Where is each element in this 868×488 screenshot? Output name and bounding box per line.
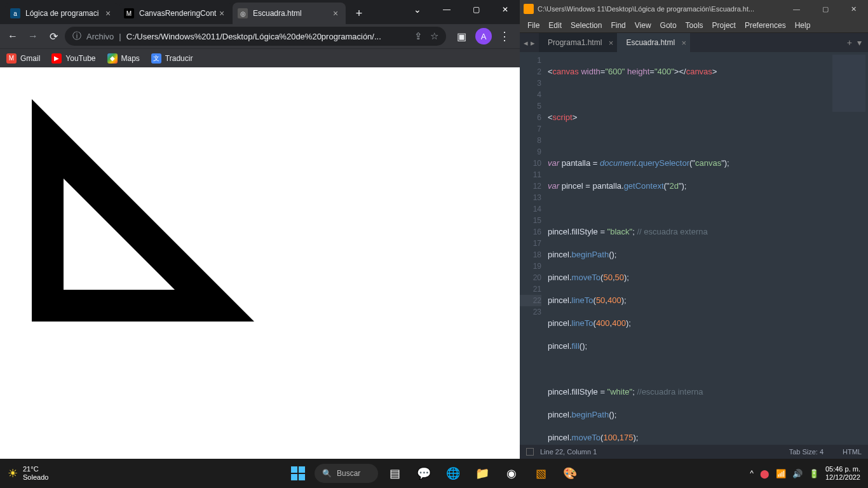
editor-body[interactable]: 1234 567 8910111213 14 151617181920 2122… [520,52,868,445]
bookmark-label: Traducir [165,54,193,63]
page-viewport [0,67,520,459]
search-placeholder: Buscar [337,469,360,478]
bookmark-traducir[interactable]: 文Traducir [151,53,193,64]
line-gutter: 1234 567 8910111213 14 151617181920 2122… [520,52,548,445]
browser-tab-3[interactable]: ◎ Escuadra.html × [233,3,346,24]
bookmark-label: YouTube [65,54,95,63]
bookmark-gmail[interactable]: MGmail [6,53,40,64]
sun-icon: ☀ [8,466,18,480]
bookmark-youtube[interactable]: ▶YouTube [51,53,95,64]
share-icon[interactable]: ⇪ [414,30,423,42]
taskbar-search[interactable]: 🔍Buscar [315,464,378,483]
chat-icon[interactable]: 💬 [411,461,437,486]
youtube-icon: ▶ [51,53,62,64]
bookmark-star-icon[interactable]: ☆ [430,30,438,42]
tab-size[interactable]: Tab Size: 4 [789,448,824,456]
address-path: C:/Users/Windows%2011/Desktop/Lógica%20d… [126,32,381,41]
minimap[interactable] [830,52,868,445]
syntax-label[interactable]: HTML [843,448,862,456]
wifi-icon[interactable]: 📶 [776,469,786,478]
next-tab-icon[interactable]: ▸ [531,38,535,48]
tab-title: Escuadra.html [253,9,330,18]
prev-tab-icon[interactable]: ◂ [524,38,528,48]
menu-find[interactable]: Find [607,20,629,31]
address-scheme: Archivo [86,32,114,41]
sublime-taskbar-icon[interactable]: ▧ [528,461,553,486]
bookmark-label: Gmail [20,54,40,63]
new-tab-icon[interactable]: + [847,37,852,48]
weather-widget[interactable]: ☀ 21°CSoleado [0,465,48,482]
close-button[interactable]: ✕ [491,0,520,19]
bookmarks-bar: MGmail ▶YouTube ◆Maps 文Traducir [0,48,520,67]
tray-chevron-icon[interactable]: ^ [750,469,754,478]
menu-help[interactable]: Help [791,20,815,31]
minimize-button[interactable]: — [782,0,811,18]
menu-file[interactable]: File [524,20,543,31]
close-button[interactable]: ✕ [839,0,868,18]
menu-preferences[interactable]: Preferences [741,20,790,31]
maps-icon: ◆ [107,53,118,64]
back-button[interactable]: ← [4,27,22,45]
sublime-window: C:\Users\Windows 11\Desktop\Lógica de pr… [520,0,868,459]
close-icon[interactable]: × [217,8,227,18]
editor-tab-programa1[interactable]: Programa1.html× [539,33,617,52]
tab-dropdown-icon[interactable]: ▾ [857,37,862,48]
tab-search-icon[interactable]: ⌄ [403,0,432,19]
task-view-icon[interactable]: ▤ [382,461,407,486]
tab-label: Programa1.html [548,38,602,47]
address-bar[interactable]: ⓘ Archivo | C:/Users/Windows%2011/Deskto… [65,27,446,46]
menu-edit[interactable]: Edit [545,20,566,31]
favicon-icon: M [124,8,134,18]
bookmark-label: Maps [121,54,140,63]
chrome-taskbar-icon[interactable]: ◉ [499,461,524,486]
close-icon[interactable]: × [681,38,686,48]
maximize-button[interactable]: ▢ [811,0,839,18]
panel-toggle-icon[interactable] [526,448,534,456]
paint-icon[interactable]: 🎨 [557,461,583,486]
favicon-icon: a [10,8,20,18]
reload-button[interactable]: ⟳ [44,27,62,45]
clock[interactable]: 05:46 p. m. 12/12/2022 [825,465,860,482]
browser-tab-2[interactable]: M CanvasRenderingCont × [119,3,232,24]
translate-icon: 文 [151,53,161,64]
menu-tools[interactable]: Tools [682,20,707,31]
extensions-icon[interactable]: ▣ [452,27,470,45]
window-title: C:\Users\Windows 11\Desktop\Lógica de pr… [538,5,782,13]
tab-title: CanvasRenderingCont [139,9,217,18]
browser-tab-1[interactable]: a Lógica de programaci × [5,3,118,24]
forward-button[interactable]: → [24,27,42,45]
edge-icon[interactable]: 🌐 [440,461,466,486]
explorer-icon[interactable]: 📁 [470,461,495,486]
gmail-icon: M [6,53,17,64]
menu-view[interactable]: View [631,20,655,31]
volume-icon[interactable]: 🔊 [792,469,803,478]
profile-avatar[interactable]: A [475,28,492,44]
menu-goto[interactable]: Goto [656,20,681,31]
sublime-titlebar[interactable]: C:\Users\Windows 11\Desktop\Lógica de pr… [520,0,868,18]
sublime-icon [524,4,534,14]
close-icon[interactable]: × [103,8,113,18]
editor-tabbar: ◂▸ Programa1.html× Escuadra.html× +▾ [520,33,868,52]
close-icon[interactable]: × [609,38,614,48]
favicon-icon: ◎ [238,8,248,18]
escuadra-canvas [0,67,381,322]
kebab-menu-icon[interactable]: ⋮ [497,29,512,43]
cursor-position: Line 22, Column 1 [540,448,597,456]
security-icon[interactable]: ⬤ [760,469,770,478]
menu-project[interactable]: Project [709,20,740,31]
code-area[interactable]: <canvas width="600" height="400"></canva… [548,52,830,445]
minimize-button[interactable]: — [432,0,461,19]
date-text: 12/12/2022 [825,473,860,482]
close-icon[interactable]: × [330,8,341,18]
chrome-titlebar[interactable]: a Lógica de programaci × M CanvasRenderi… [0,0,520,24]
new-tab-button[interactable]: + [350,4,368,22]
menu-bar: File Edit Selection Find View Goto Tools… [520,18,868,33]
battery-icon[interactable]: 🔋 [809,469,819,478]
editor-tab-escuadra[interactable]: Escuadra.html× [617,33,690,52]
bookmark-maps[interactable]: ◆Maps [107,53,140,64]
start-button[interactable] [285,461,311,486]
menu-selection[interactable]: Selection [567,20,606,31]
tab-label: Escuadra.html [626,38,675,47]
maximize-button[interactable]: ▢ [461,0,491,19]
site-info-icon[interactable]: ⓘ [72,30,81,42]
